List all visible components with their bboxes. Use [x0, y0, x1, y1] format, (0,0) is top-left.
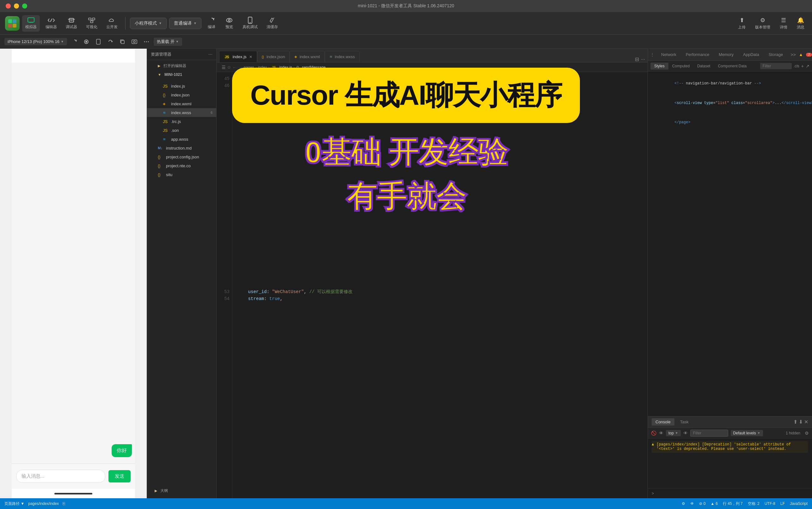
svg-rect-7 [69, 18, 74, 22]
open-editors-toggle[interactable]: ▶ 打开的编辑器 [147, 61, 216, 70]
console-tab-task[interactable]: Task [676, 418, 692, 426]
record-button[interactable] [81, 37, 91, 46]
console-tab-console[interactable]: Console [652, 418, 674, 426]
more-sim-button[interactable] [142, 37, 151, 46]
file-item-project-nte[interactable]: {} project.nte.co [147, 161, 216, 170]
console-clear-icon[interactable]: 🚫 [651, 431, 656, 436]
hotreload-button[interactable]: 热重载 开 ▼ [154, 38, 182, 46]
styles-subtab-dataset[interactable]: Dataset [693, 63, 714, 70]
console-eye-icon[interactable]: 👁 [659, 431, 664, 436]
mode-selector[interactable]: 小程序模式 ▼ [130, 18, 167, 29]
devtools-more-icon[interactable]: >> [788, 51, 798, 59]
copy-button[interactable] [117, 37, 127, 46]
console-input[interactable] [656, 491, 808, 496]
status-copy-icon[interactable]: ⎘ [63, 501, 65, 506]
styles-subtab-styles[interactable]: Styles [650, 63, 669, 70]
tab-index-json[interactable]: {} index.json [257, 51, 290, 62]
styles-filter-input[interactable] [760, 63, 792, 69]
breadcrumb-bookmark-icon[interactable]: ☆ [227, 65, 231, 70]
file-item-index-js[interactable]: JS index.js [147, 81, 216, 91]
file-item-app-wxss[interactable]: ≋ app.wxss [147, 135, 216, 143]
breadcrumb-back-icon[interactable]: ← [232, 65, 237, 70]
styles-subtab-computed[interactable]: Computed [669, 63, 693, 70]
simulator-button[interactable]: 模拟器 [22, 15, 40, 32]
version-button[interactable]: ⚙ 版本管理 [752, 15, 773, 31]
file-item-index-wxml[interactable]: ◈ index.wxml [147, 99, 216, 108]
devtools-tab-performance[interactable]: Performance [681, 50, 714, 59]
maximize-button[interactable] [22, 3, 27, 8]
console-level-selector[interactable]: Default levels ▼ [731, 430, 763, 436]
device-selector[interactable]: iPhone 12/13 (Pro) 100% 16 ▼ [4, 38, 67, 45]
rotate-button[interactable] [106, 37, 115, 46]
code-content-2[interactable]: user_id: "WeChatUser", // 可以根据需要修改 strea… [232, 285, 648, 498]
styles-subtab-component[interactable]: Component Data [714, 63, 750, 70]
console-context-arrow: ▼ [675, 431, 678, 435]
console-filter-input[interactable] [690, 430, 728, 437]
svg-point-27 [133, 41, 135, 43]
edit-compile-button[interactable]: 编译 [204, 15, 219, 32]
editor-more-icon[interactable]: ··· [641, 57, 645, 62]
visualize-button[interactable]: 可视化 [83, 15, 101, 32]
tab-index-wxml[interactable]: ◈ index.wxml [290, 51, 325, 62]
status-settings-icon[interactable]: ⚙ [682, 501, 685, 506]
send-button[interactable]: 发送 [108, 470, 131, 482]
explorer-more-icon[interactable]: ··· [208, 52, 212, 57]
console-prompt: > [648, 488, 812, 498]
console-settings-icon[interactable]: ⚙ [805, 431, 809, 436]
breadcrumb-forward-icon[interactable]: → [238, 65, 242, 70]
tab-index-wxss[interactable]: ≋ index.wxss [325, 51, 360, 62]
window-controls[interactable] [6, 3, 27, 8]
screenshot-button[interactable] [130, 37, 139, 46]
devtools-tab-storage[interactable]: Storage [764, 50, 788, 59]
cloud-button[interactable]: 云开发 [103, 15, 121, 32]
realtest-button[interactable]: 真机调试 [239, 15, 261, 32]
notification-button[interactable]: 🔔 消息 [794, 15, 807, 31]
console-context-selector[interactable]: top ▼ [666, 430, 681, 436]
console-close-icon[interactable]: ✕ [804, 419, 808, 425]
status-path-label[interactable]: 页面路径 ▼ [4, 501, 24, 506]
file-item-trc-js[interactable]: JS .trc.js [147, 117, 216, 126]
devtools-tab-network[interactable]: Network [657, 50, 681, 59]
json-file-icon: {} [163, 93, 168, 97]
project-toggle[interactable]: ▼ MINI-1021 [147, 70, 216, 79]
status-encoding: UTF-8 [765, 501, 775, 506]
explorer-title: 资源管理器 [151, 52, 171, 57]
file-item-son[interactable]: JS .son [147, 126, 216, 135]
file-item-index-json[interactable]: {} index.json [147, 91, 216, 99]
code-content[interactable]: }) [232, 72, 648, 285]
file-item-situ[interactable]: {} situ [147, 170, 216, 179]
bell-icon: 🔔 [797, 17, 804, 24]
file-item-instruction[interactable]: M↓ instruction.md [147, 143, 216, 152]
breadcrumb-file: index.js [279, 65, 292, 70]
breadcrumb-pages: pages [244, 65, 254, 70]
clearstore-button[interactable]: 清缓存 [263, 15, 281, 32]
tab-index-js[interactable]: JS index.js ✕ [219, 51, 257, 62]
outline-item[interactable]: ▶ 大纲 [151, 486, 212, 495]
warning-status-icon: ▲ [710, 501, 714, 506]
breadcrumb-nav-icon[interactable]: ☰ [222, 65, 226, 70]
details-button[interactable]: ☰ 详情 [777, 15, 790, 31]
close-button[interactable] [6, 3, 11, 8]
tab-close-icon[interactable]: ✕ [249, 55, 252, 59]
refresh-sim-button[interactable] [70, 37, 79, 46]
debugger-button[interactable]: 调试器 [63, 15, 80, 32]
file-item-index-wxss[interactable]: ≋ index.wxss 6 [147, 108, 216, 117]
edit-label: 编译 [208, 24, 215, 30]
devtools-tab-memory[interactable]: Memory [714, 50, 738, 59]
compile-selector[interactable]: 普通编译 ▼ [169, 18, 201, 29]
phone-frame: 你好 输入消息... 发送 [12, 49, 135, 498]
preview-button[interactable]: 预览 [222, 15, 237, 32]
minimize-button[interactable] [14, 3, 19, 8]
chat-input[interactable]: 输入消息... [16, 470, 105, 483]
status-eye-icon[interactable]: 👁 [690, 501, 694, 506]
devtools-error-count: 7 [806, 53, 812, 57]
styles-add-icon[interactable]: + [801, 64, 804, 69]
console-collapse-icon[interactable]: ⬇ [799, 419, 803, 425]
upload-button[interactable]: ⬆ 上传 [736, 15, 748, 31]
devtools-tab-appdata[interactable]: AppData [739, 50, 764, 59]
console-expand-icon[interactable]: ⬆ [793, 419, 798, 425]
editor-button[interactable]: 编辑器 [42, 15, 60, 32]
split-editor-icon[interactable]: ⊟ [635, 56, 639, 62]
file-item-project-config[interactable]: {} project.config.json [147, 152, 216, 161]
styles-inspect-icon[interactable]: ↗ [806, 64, 809, 69]
